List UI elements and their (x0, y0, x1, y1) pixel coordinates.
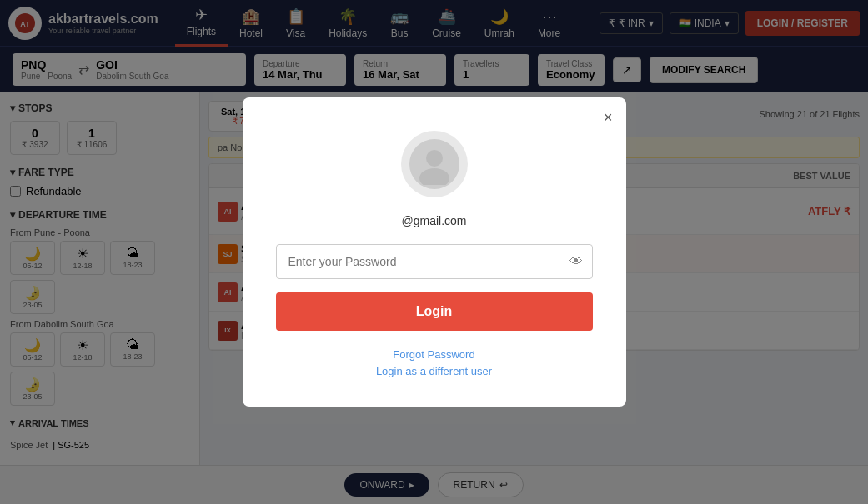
modal-email: @gmail.com (276, 214, 593, 227)
eye-icon[interactable]: 👁 (569, 254, 583, 269)
svg-point-3 (419, 168, 449, 185)
login-different-user-link[interactable]: Login as a different user (276, 365, 593, 377)
forgot-password-link[interactable]: Forgot Password (276, 348, 593, 361)
login-submit-button[interactable]: Login (276, 292, 593, 331)
user-avatar-svg (414, 143, 455, 185)
password-input[interactable] (276, 244, 593, 279)
login-modal: × @gmail.com 👁 Login Forgot Password Log… (243, 97, 626, 407)
modal-overlay[interactable]: × @gmail.com 👁 Login Forgot Password Log… (0, 0, 868, 504)
modal-close-button[interactable]: × (604, 109, 613, 127)
modal-avatar (401, 131, 468, 197)
svg-point-2 (426, 150, 443, 167)
avatar-icon (409, 139, 459, 189)
password-input-wrap: 👁 (276, 244, 593, 279)
